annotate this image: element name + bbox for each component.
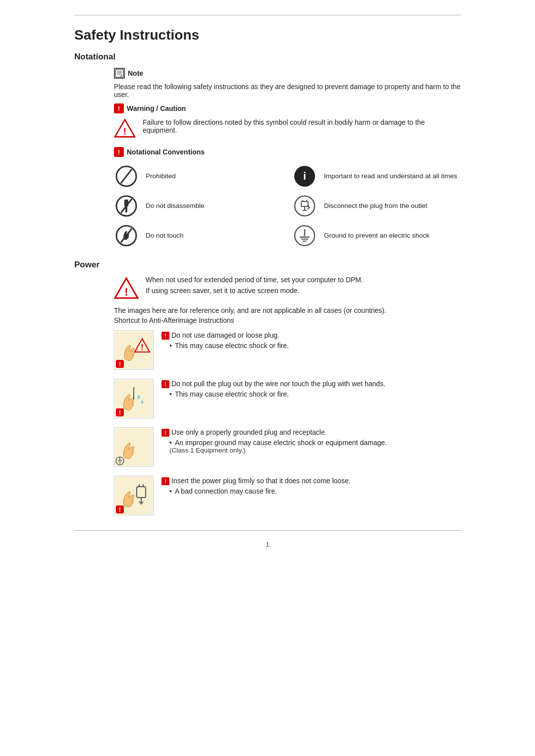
power-item-3-title: Use only a properly grounded plug and re…	[171, 428, 327, 436]
power-note3: The images here are for reference only, …	[114, 306, 461, 314]
conventions-label-text: Notational Conventions	[127, 148, 205, 156]
conventions-icon: !	[114, 147, 124, 157]
prohibited-label: Prohibited	[146, 172, 176, 181]
top-rule	[74, 15, 461, 15]
warning-label-text: Warning / Caution	[127, 104, 186, 112]
disconnect-label: Disconnect the plug from the outlet	[324, 202, 428, 211]
power-item-3-img	[114, 427, 154, 467]
caution-icon-4: !	[161, 477, 169, 485]
convention-ground: Ground to prevent an electric shock	[292, 223, 461, 248]
power-item-1-img: ! !	[114, 330, 154, 370]
important-label: Important to read and understand at all …	[324, 172, 457, 181]
convention-disconnect: Disconnect the plug from the outlet	[292, 194, 461, 218]
convention-no-disassemble: Do not disassemble	[114, 194, 282, 218]
power-item-3-bullet: An improper ground may cause electric sh…	[169, 439, 461, 447]
page-number: 1	[74, 541, 461, 548]
important-icon: i	[293, 165, 316, 188]
warning-icon: !	[114, 103, 124, 113]
bottom-rule	[74, 530, 461, 531]
no-disassemble-icon	[115, 195, 138, 217]
page-title: Safety Instructions	[74, 27, 461, 43]
wet-hands-illustration: !	[115, 380, 153, 417]
triangle-warning-icon: !	[114, 118, 136, 138]
conventions-label-row: ! Notational Conventions	[114, 147, 461, 157]
power-items-list: ! ! ! Do not use damaged or loose plug. …	[114, 330, 461, 515]
svg-text:!: !	[119, 409, 121, 416]
svg-rect-0	[115, 69, 123, 77]
svg-line-21	[121, 229, 132, 243]
power-triangle-icon: !	[114, 277, 139, 300]
power-item-4-bullet: A bad connection may cause fire.	[169, 487, 461, 495]
power-item-4-text: ! Insert the power plug firmly so that i…	[161, 476, 461, 495]
warning-caution-text: Failure to follow directions noted by th…	[143, 118, 461, 134]
note-description: Please read the following safety instruc…	[114, 83, 461, 99]
no-touch-icon	[115, 224, 138, 247]
damaged-plug-illustration: ! !	[115, 331, 153, 369]
grounded-plug-illustration	[115, 428, 153, 466]
disconnect-icon	[293, 195, 316, 217]
power-item-2: ! ! Do not pull the plug out by the wire…	[114, 379, 461, 418]
important-icon-wrap: i	[292, 164, 317, 189]
svg-point-36	[137, 395, 140, 399]
power-reference-notes: The images here are for reference only, …	[114, 306, 461, 324]
svg-text:!: !	[141, 343, 143, 352]
note-label-row: Note	[114, 68, 461, 79]
ground-icon-wrap	[292, 223, 317, 248]
no-disassemble-label: Do not disassemble	[146, 202, 205, 211]
ground-label: Ground to prevent an electric shock	[324, 231, 429, 241]
svg-text:!: !	[119, 361, 121, 368]
power-item-2-text: ! Do not pull the plug out by the wire n…	[161, 379, 461, 398]
ground-icon	[293, 224, 316, 247]
svg-text:i: i	[303, 170, 306, 182]
convention-no-touch: Do not touch	[114, 223, 282, 248]
power-item-3-text: ! Use only a properly grounded plug and …	[161, 427, 461, 454]
warning-caution-block: ! Failure to follow directions noted by …	[114, 118, 461, 138]
power-warning-block: ! When not used for extended period of t…	[114, 276, 461, 300]
note-label-text: Note	[128, 69, 143, 77]
power-section-title: Power	[74, 260, 461, 270]
power-item-1-title-row: ! Do not use damaged or loose plug.	[161, 331, 461, 340]
svg-point-37	[141, 401, 144, 404]
power-item-2-img: !	[114, 379, 154, 418]
no-touch-icon-wrap	[114, 223, 139, 248]
power-item-1-text: ! Do not use damaged or loose plug. This…	[161, 330, 461, 350]
power-item-2-bullet: This may cause electric shock or fire.	[169, 390, 461, 398]
power-note4: Shortcut to Anti-Afterimage Instructions	[114, 316, 461, 324]
power-item-2-title: Do not pull the plug out by the wire nor…	[171, 380, 385, 388]
convention-prohibited: Prohibited	[114, 164, 282, 189]
notational-section-title: Notational	[74, 52, 461, 62]
prohibited-icon-wrap	[114, 164, 139, 189]
disconnect-icon-wrap	[292, 194, 317, 218]
power-item-4-img: !	[114, 476, 154, 515]
page-container: Safety Instructions Notational Note Plea…	[45, 0, 490, 568]
power-note1: When not used for extended period of tim…	[146, 276, 363, 284]
power-item-1-title: Do not use damaged or loose plug.	[171, 331, 279, 339]
svg-line-7	[121, 169, 132, 183]
svg-text:!: !	[119, 506, 121, 513]
power-item-1: ! ! ! Do not use damaged or loose plug. …	[114, 330, 461, 370]
power-text-block: When not used for extended period of tim…	[146, 276, 363, 298]
no-touch-label: Do not touch	[146, 231, 184, 241]
power-item-4-title-row: ! Insert the power plug firmly so that i…	[161, 477, 461, 485]
power-item-4-title: Insert the power plug firmly so that it …	[171, 477, 351, 485]
svg-text:!: !	[123, 126, 126, 137]
power-item-3-title-row: ! Use only a properly grounded plug and …	[161, 428, 461, 437]
conventions-grid: Prohibited i Important to read and under…	[114, 164, 461, 248]
firm-plug-illustration: !	[115, 477, 153, 514]
power-item-3: ! Use only a properly grounded plug and …	[114, 427, 461, 467]
power-item-4: ! ! Insert the power plug firmly so that…	[114, 476, 461, 515]
svg-text:!: !	[124, 286, 128, 298]
power-note2: If using screen saver, set it to active …	[146, 287, 363, 295]
note-icon	[114, 68, 125, 79]
prohibited-icon	[115, 165, 138, 188]
convention-important: i Important to read and understand at al…	[292, 164, 461, 189]
caution-icon-1: !	[161, 332, 169, 340]
caution-icon-2: !	[161, 380, 169, 388]
power-item-3-sub: (Class 1 Equipment only.)	[169, 447, 461, 454]
caution-icon-3: !	[161, 429, 169, 437]
power-item-2-title-row: ! Do not pull the plug out by the wire n…	[161, 380, 461, 388]
warning-label-row: ! Warning / Caution	[114, 103, 461, 113]
no-disassemble-icon-wrap	[114, 194, 139, 218]
power-item-1-bullet: This may cause electric shock or fire.	[169, 342, 461, 350]
